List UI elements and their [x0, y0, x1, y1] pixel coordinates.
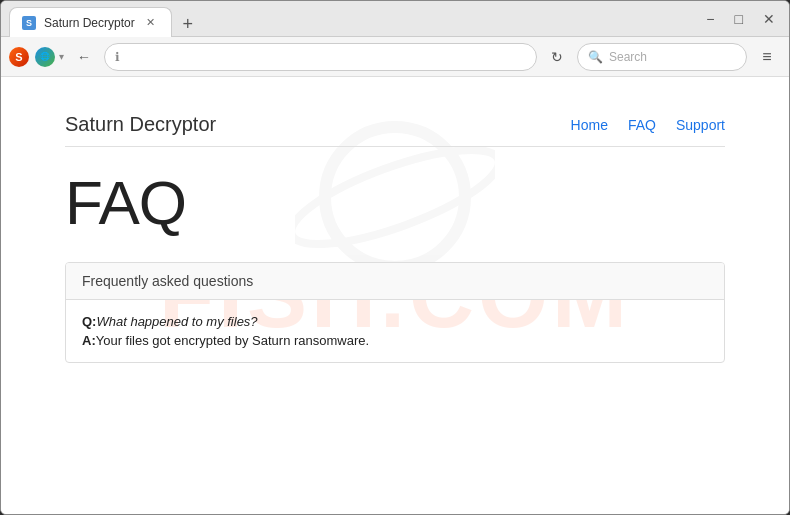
browser-logo-s: S: [9, 47, 29, 67]
title-bar: S Saturn Decryptor ✕ + − □ ✕: [1, 1, 789, 37]
nav-bar: S 🌐 ▾ ← ℹ ↻ 🔍 Search ≡: [1, 37, 789, 77]
tab-title: Saturn Decryptor: [44, 16, 135, 30]
info-icon: ℹ: [115, 50, 120, 64]
maximize-button[interactable]: □: [729, 9, 749, 29]
tab-area: S Saturn Decryptor ✕ +: [9, 1, 700, 36]
search-icon: 🔍: [588, 50, 603, 64]
faq-header-bar: Frequently asked questions: [66, 263, 724, 300]
reload-button[interactable]: ↻: [543, 43, 571, 71]
tab-close-button[interactable]: ✕: [143, 15, 159, 31]
tab-favicon: S: [22, 16, 36, 30]
minimize-button[interactable]: −: [700, 9, 720, 29]
search-placeholder: Search: [609, 50, 647, 64]
browser-frame: S Saturn Decryptor ✕ + − □ ✕ S 🌐 ▾ ←: [0, 0, 790, 515]
browser-icon: S: [9, 47, 29, 67]
active-tab[interactable]: S Saturn Decryptor ✕: [9, 7, 172, 37]
back-button[interactable]: ←: [70, 43, 98, 71]
faq-question: Q:What happened to my files?: [82, 314, 708, 329]
question-text: What happened to my files?: [96, 314, 257, 329]
menu-button[interactable]: ≡: [753, 43, 781, 71]
faq-heading: FAQ: [65, 167, 725, 238]
new-tab-button[interactable]: +: [176, 12, 200, 36]
answer-text: Your files got encrypted by Saturn ranso…: [96, 333, 369, 348]
question-label: Q:: [82, 314, 96, 329]
faq-box: Frequently asked questions Q:What happen…: [65, 262, 725, 363]
faq-answer: A:Your files got encrypted by Saturn ran…: [82, 333, 708, 348]
nav-support[interactable]: Support: [676, 117, 725, 133]
site-nav: Home FAQ Support: [571, 117, 725, 133]
faq-item: Q:What happened to my files? A:Your file…: [66, 300, 724, 362]
answer-label: A:: [82, 333, 96, 348]
nav-faq[interactable]: FAQ: [628, 117, 656, 133]
browser-logo-globe: 🌐: [35, 47, 55, 67]
site-header: Saturn Decryptor Home FAQ Support: [65, 97, 725, 147]
search-bar[interactable]: 🔍 Search: [577, 43, 747, 71]
address-bar[interactable]: ℹ: [104, 43, 537, 71]
page-inner: Saturn Decryptor Home FAQ Support FAQ Fr…: [35, 77, 755, 383]
nav-home[interactable]: Home: [571, 117, 608, 133]
window-controls: − □ ✕: [700, 9, 781, 29]
close-button[interactable]: ✕: [757, 9, 781, 29]
page-content: FISH.COM Saturn Decryptor Home FAQ Suppo…: [1, 77, 789, 514]
site-title: Saturn Decryptor: [65, 113, 216, 136]
